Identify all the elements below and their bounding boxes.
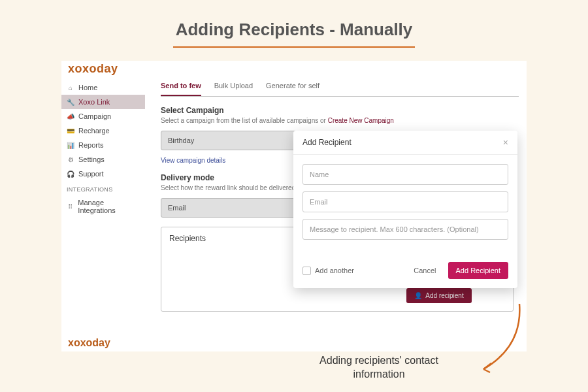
recipient-name-input[interactable] xyxy=(302,164,508,185)
select-campaign-title: Select Campaign xyxy=(161,106,519,115)
footer-brand-logo: xoxoday xyxy=(68,337,110,349)
tab-bulk-upload[interactable]: Bulk Upload xyxy=(214,76,253,96)
add-another-checkbox[interactable] xyxy=(302,267,311,275)
sidebar-item-campaign[interactable]: 📣 Campaign xyxy=(61,109,145,123)
modal-title: Add Recipient xyxy=(302,138,351,147)
add-another-row: Add another xyxy=(302,267,402,275)
sidebar-item-settings[interactable]: ⚙ Settings xyxy=(61,152,145,167)
brand-logo: xoxoday xyxy=(68,62,118,76)
gear-icon: ⚙ xyxy=(67,155,74,163)
sidebar-item-label: Recharge xyxy=(78,127,110,135)
sidebar-item-label: Reports xyxy=(78,141,104,149)
sidebar-section-label: INTEGRATIONS xyxy=(61,181,145,195)
create-campaign-link[interactable]: Create New Campaign xyxy=(328,117,394,124)
app-screenshot: xoxoday ⌂ Home 🔧 Xoxo Link 📣 Campaign 💳 … xyxy=(61,61,527,351)
tab-generate-self[interactable]: Generate for self xyxy=(266,76,319,96)
card-icon: 💳 xyxy=(67,127,74,135)
add-recipient-submit-button[interactable]: Add Recipient xyxy=(448,262,509,279)
close-icon[interactable]: × xyxy=(503,137,508,148)
page-title: Adding Recipients - Manually xyxy=(0,20,588,46)
add-recipient-button[interactable]: 👤 Add recipient xyxy=(406,288,471,303)
chart-icon: 📊 xyxy=(67,141,74,149)
person-add-icon: 👤 xyxy=(414,292,422,299)
select-campaign-desc: Select a campaign from the list of avail… xyxy=(161,117,519,124)
recipient-email-input[interactable] xyxy=(302,191,508,212)
sidebar-item-label: Support xyxy=(78,170,104,178)
cancel-button[interactable]: Cancel xyxy=(408,263,441,278)
sidebar-item-label: Xoxo Link xyxy=(78,98,110,106)
title-underline xyxy=(173,46,415,48)
sidebar-item-recharge[interactable]: 💳 Recharge xyxy=(61,123,145,138)
add-another-label: Add another xyxy=(315,267,354,274)
sidebar-item-label: Campaign xyxy=(78,112,111,120)
annotation-text: Adding recipients' contact information xyxy=(314,354,444,382)
add-recipient-modal: Add Recipient × Add another Cancel Add R… xyxy=(293,131,517,288)
sidebar-item-support[interactable]: 🎧 Support xyxy=(61,167,145,181)
megaphone-icon: 📣 xyxy=(67,112,74,120)
recipient-message-input[interactable] xyxy=(302,219,508,240)
sidebar: ⌂ Home 🔧 Xoxo Link 📣 Campaign 💳 Recharge… xyxy=(61,80,145,218)
sidebar-item-home[interactable]: ⌂ Home xyxy=(61,80,145,95)
home-icon: ⌂ xyxy=(67,84,74,91)
sidebar-item-manage-integrations[interactable]: ⠿ Manage Integrations xyxy=(61,195,145,218)
tab-send-to-few[interactable]: Send to few xyxy=(161,76,201,96)
sidebar-item-label: Manage Integrations xyxy=(78,199,140,214)
tabs: Send to few Bulk Upload Generate for sel… xyxy=(161,76,519,97)
link-icon: 🔧 xyxy=(67,98,74,106)
integrations-icon: ⠿ xyxy=(67,203,74,210)
sidebar-item-xoxo-link[interactable]: 🔧 Xoxo Link xyxy=(61,95,145,109)
sidebar-item-label: Home xyxy=(78,84,97,91)
sidebar-item-reports[interactable]: 📊 Reports xyxy=(61,138,145,152)
sidebar-item-label: Settings xyxy=(78,155,105,163)
headset-icon: 🎧 xyxy=(67,170,74,178)
